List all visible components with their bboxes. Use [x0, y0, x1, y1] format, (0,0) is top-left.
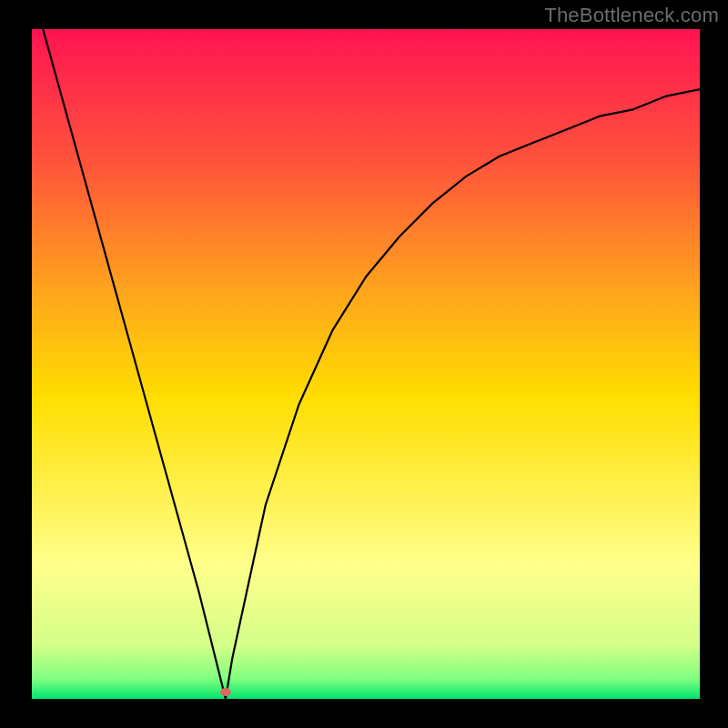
- attribution-text: TheBottleneck.com: [544, 4, 719, 27]
- plot-background: [32, 29, 700, 699]
- min-marker: [220, 688, 231, 696]
- bottleneck-chart: [0, 0, 728, 728]
- chart-container: TheBottleneck.com: [0, 0, 728, 728]
